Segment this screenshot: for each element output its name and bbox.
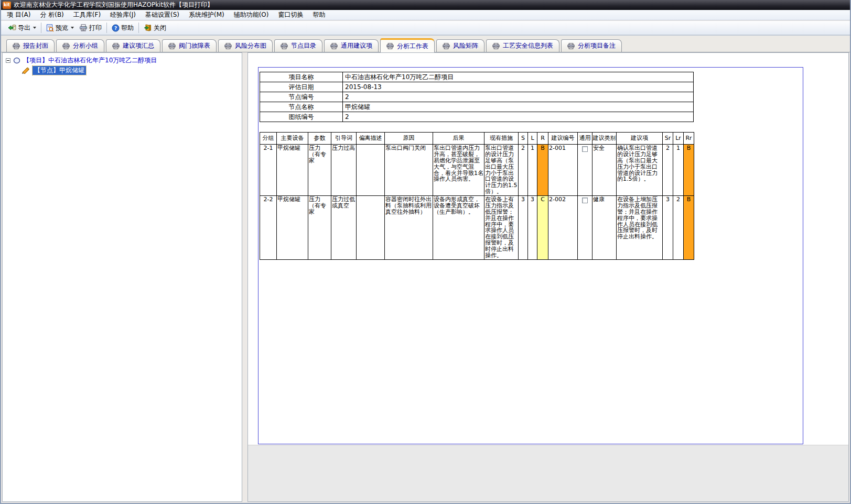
report-tabstrip: 报告封面 分析小组 建议项汇总 阀门故障表 风险分布图 节点目录 通用建议项	[1, 36, 850, 52]
menu-window-switch[interactable]: 窗口切换	[274, 10, 308, 20]
print-icon	[79, 24, 88, 31]
info-label: 评估日期	[260, 82, 343, 92]
cell-group: 2-2	[260, 196, 277, 260]
tab-label: 风险矩阵	[453, 41, 478, 50]
cell-deviation	[357, 145, 385, 196]
preview-button[interactable]: 预览	[44, 23, 77, 34]
col-header: Rr	[684, 133, 694, 145]
cell-recommendation: 确认泵出口管道的设计压力足够高（泵出口最大压力小于泵出口管道的设计压力的1.5倍…	[617, 145, 663, 196]
printer-icon	[13, 43, 20, 49]
help-button[interactable]: ? 帮助	[109, 23, 136, 34]
main-content: 【项目】中石油吉林石化年产10万吨乙二醇项目 【节点】甲烷储罐 项目名称	[1, 52, 850, 503]
menu-basic-settings[interactable]: 基础设置(S)	[141, 10, 184, 20]
close-label: 关闭	[154, 24, 166, 32]
cell-guideword: 压力过高	[331, 145, 357, 196]
tab-node-directory[interactable]: 节点目录	[274, 39, 322, 52]
col-header: 建议类别	[593, 133, 617, 145]
tab-analysis-team[interactable]: 分析小组	[56, 39, 104, 52]
print-label: 打印	[89, 24, 102, 32]
info-label: 节点编号	[260, 92, 343, 102]
tab-label: 分析项目备注	[578, 41, 616, 50]
info-value: 2	[343, 112, 694, 122]
tab-analysis-worksheet[interactable]: 分析工作表	[380, 38, 435, 52]
svg-text:?: ?	[114, 26, 117, 31]
tab-valve-failure-table[interactable]: 阀门故障表	[162, 39, 217, 52]
toolbar-separator	[138, 23, 139, 33]
cell-guideword: 压力过低或真空	[331, 196, 357, 260]
hazop-node-icon	[21, 67, 30, 74]
info-value: 甲烷储罐	[343, 102, 694, 112]
menu-auxiliary-functions[interactable]: 辅助功能(O)	[229, 10, 274, 20]
info-label: 项目名称	[260, 72, 343, 82]
cell-parameter: 压力（有专家	[308, 145, 331, 196]
menu-project[interactable]: 项 目(A)	[2, 10, 35, 20]
export-button[interactable]: 导出	[5, 23, 39, 34]
toolbar-separator	[41, 23, 41, 33]
tab-label: 分析工作表	[397, 42, 428, 51]
cell-deviation	[357, 196, 385, 260]
tab-label: 报告封面	[23, 41, 48, 50]
cell-consequence: 设备内形成真空，设备遭受真空破坏（生产影响）。	[433, 196, 484, 260]
hazopkit-app-icon: kit	[3, 2, 11, 9]
menu-help[interactable]: 帮助	[308, 10, 330, 20]
cell-severity-residual: 2	[663, 145, 673, 196]
menu-experience-library[interactable]: 经验库(J)	[105, 10, 141, 20]
cell-equipment: 甲烷储罐	[277, 145, 308, 196]
col-header: 通用	[578, 133, 593, 145]
col-header: 建议编号	[548, 133, 578, 145]
cell-cause: 泵出口阀门关闭	[385, 145, 433, 196]
node-info-table: 项目名称 中石油吉林石化年产10万吨乙二醇项目 评估日期 2015-08-13 …	[260, 72, 694, 122]
export-dropdown-caret[interactable]	[33, 27, 36, 29]
tree-item-node[interactable]: 【节点】甲烷储罐	[21, 66, 242, 75]
preview-dropdown-caret[interactable]	[71, 27, 74, 29]
cell-severity: 3	[519, 196, 528, 260]
tab-report-cover[interactable]: 报告封面	[6, 39, 55, 52]
info-value: 中石油吉林石化年产10万吨乙二醇项目	[343, 72, 694, 82]
tab-risk-distribution-map[interactable]: 风险分布图	[218, 39, 273, 52]
toolbar: 导出 预览 打印	[1, 21, 850, 36]
tab-label: 工艺安全信息列表	[503, 41, 553, 50]
col-header: L	[528, 133, 537, 145]
printer-icon	[62, 43, 70, 49]
panel-splitter[interactable]	[243, 52, 247, 503]
preview-label: 预览	[56, 24, 68, 32]
tab-risk-matrix[interactable]: 风险矩阵	[436, 39, 484, 52]
cell-rec-no: 2-001	[548, 145, 578, 196]
info-label: 节点名称	[260, 102, 343, 112]
table-row: 节点编号 2	[260, 92, 694, 102]
common-checkbox[interactable]	[582, 198, 588, 203]
print-button[interactable]: 打印	[77, 23, 104, 34]
cell-consequence: 泵出口管道内压力升高，甚至破裂，易燃化学品泄漏至大气，与空气混合，着火并导致1名…	[433, 145, 484, 196]
cell-group: 2-1	[260, 145, 277, 196]
tree-collapse-icon[interactable]	[6, 58, 10, 63]
export-icon	[8, 24, 16, 31]
tab-recommendation-summary[interactable]: 建议项汇总	[106, 39, 160, 52]
menu-analysis[interactable]: 分 析(B)	[35, 10, 68, 20]
toolbar-separator	[106, 23, 107, 33]
info-value: 2015-08-13	[343, 82, 694, 92]
tab-analysis-project-notes[interactable]: 分析项目备注	[561, 39, 622, 52]
tree-node-label[interactable]: 【节点】甲烷储罐	[33, 66, 86, 75]
tree-item-project[interactable]: 【项目】中石油吉林石化年产10万吨乙二醇项目	[6, 56, 242, 65]
menu-tool-library[interactable]: 工具库(F)	[69, 10, 105, 20]
menu-system-maintenance[interactable]: 系统维护(M)	[184, 10, 229, 20]
printer-icon	[386, 43, 394, 49]
common-checkbox[interactable]	[582, 146, 588, 152]
tab-common-recommendations[interactable]: 通用建议项	[324, 39, 379, 52]
tree-project-label[interactable]: 【项目】中石油吉林石化年产10万吨乙二醇项目	[23, 56, 157, 65]
col-header: 偏离描述	[357, 133, 385, 145]
tab-label: 分析小组	[73, 41, 98, 50]
worksheet-header-row: 分组 主要设备 参数 引导词 偏离描述 原因 后果 现有措施 S L R 建议编…	[260, 133, 694, 145]
printer-icon	[168, 43, 176, 49]
printer-icon	[224, 43, 232, 49]
project-node-icon	[13, 57, 20, 64]
close-button[interactable]: 关闭	[141, 23, 169, 34]
printer-icon	[330, 43, 338, 49]
col-header: Lr	[673, 133, 684, 145]
table-row: 项目名称 中石油吉林石化年产10万吨乙二醇项目	[260, 72, 694, 82]
tab-process-safety-info-list[interactable]: 工艺安全信息列表	[486, 39, 559, 52]
cell-likelihood: 1	[528, 145, 537, 196]
cell-rec-type: 健康	[593, 196, 617, 260]
cell-recommendation: 在设备上增加压力指示及低压报警；并且在操作程序中，要求操作人员在接到低压报警时，…	[617, 196, 663, 260]
table-row: 节点名称 甲烷储罐	[260, 102, 694, 112]
